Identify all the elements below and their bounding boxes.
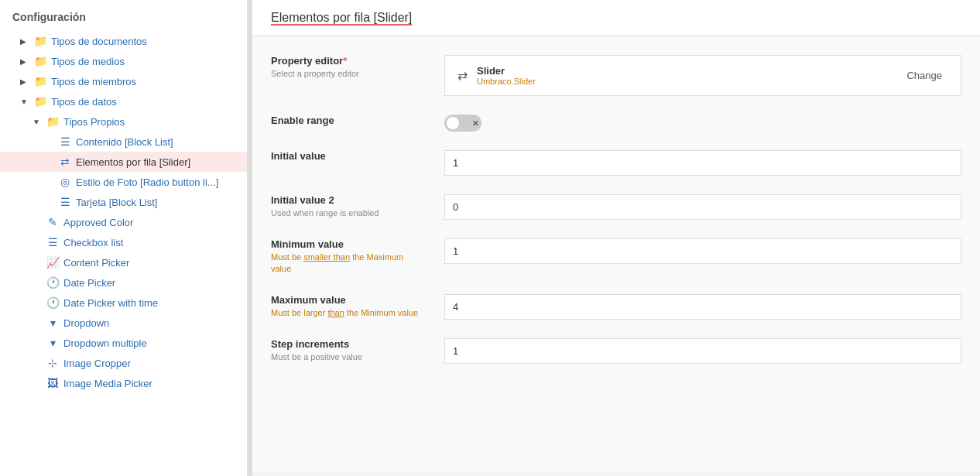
sidebar-item-label: Tipos de miembros bbox=[51, 76, 136, 87]
sidebar-item-label: Checkbox list bbox=[63, 237, 123, 248]
step-increments-label: Step increments bbox=[271, 338, 426, 350]
form-row-initial-value: Initial value bbox=[271, 150, 961, 176]
form-control-col-minimum-value bbox=[444, 238, 961, 264]
clock-icon: 🕐 bbox=[46, 276, 59, 289]
folder-icon: 📁 bbox=[46, 115, 59, 128]
maximum-value-input[interactable] bbox=[444, 294, 961, 320]
radio-icon: ◎ bbox=[59, 176, 71, 188]
property-editor-name: Slider bbox=[477, 65, 536, 77]
minimum-smaller-link[interactable]: smaller than bbox=[303, 252, 350, 262]
arrow-icon: ▼ bbox=[20, 98, 29, 106]
property-editor-box[interactable]: ⇄ Slider Umbraco.Slider Change bbox=[444, 55, 961, 96]
enable-range-toggle[interactable]: ✕ bbox=[444, 115, 481, 132]
slider-icon: ⇄ bbox=[59, 156, 71, 168]
form-control-col-initial-value bbox=[444, 150, 961, 176]
sidebar-item-label: Dropdown bbox=[63, 317, 109, 329]
toggle-x-icon: ✕ bbox=[472, 119, 478, 128]
sidebar-item-label: Tipos Propios bbox=[63, 116, 125, 128]
minimum-value-input[interactable] bbox=[444, 238, 961, 264]
form-row-enable-range: Enable range ✕ bbox=[271, 115, 961, 132]
sidebar-item-estilo-foto[interactable]: ◎ Estilo de Foto [Radio button li...] bbox=[0, 172, 247, 192]
sidebar-item-image-media-picker[interactable]: 🖼 Image Media Picker bbox=[0, 373, 247, 393]
crop-icon: ⊹ bbox=[46, 357, 59, 369]
sidebar-item-label: Contenido [Block List] bbox=[76, 136, 173, 148]
form-row-maximum-value: Maximum value Must be larger than the Mi… bbox=[271, 294, 961, 320]
arrow-icon: ▶ bbox=[20, 77, 29, 86]
dropdown-icon: ▾ bbox=[46, 337, 59, 349]
sidebar-item-label: Tipos de documentos bbox=[51, 36, 147, 47]
toggle-container: ✕ bbox=[444, 115, 961, 132]
required-star: * bbox=[343, 55, 347, 67]
sidebar-item-label: Tarjeta [Block List] bbox=[76, 197, 158, 208]
list-icon: ☰ bbox=[59, 196, 71, 208]
property-editor-label: Property editor* bbox=[271, 55, 426, 67]
step-increments-sublabel: Must be a positive value bbox=[271, 351, 426, 363]
folder-icon: 📁 bbox=[34, 35, 46, 47]
form-label-col-enable-range: Enable range bbox=[271, 115, 426, 128]
sidebar-item-tipos-documentos[interactable]: ▶ 📁 Tipos de documentos bbox=[0, 31, 247, 51]
initial-value2-input[interactable] bbox=[444, 194, 961, 220]
property-editor-alias: Umbraco.Slider bbox=[477, 77, 536, 86]
form-label-col-maximum-value: Maximum value Must be larger than the Mi… bbox=[271, 294, 426, 319]
form-control-col-enable-range: ✕ bbox=[444, 115, 961, 132]
sidebar-item-label: Dropdown multiple bbox=[63, 337, 147, 349]
form-label-col-property-editor: Property editor* Select a property edito… bbox=[271, 55, 426, 80]
form-control-col-initial-value2 bbox=[444, 194, 961, 220]
page-header: Elementos por fila [Slider] bbox=[252, 0, 980, 36]
folder-icon: 📁 bbox=[34, 75, 46, 87]
initial-value-label: Initial value bbox=[271, 150, 426, 162]
sidebar-item-image-cropper[interactable]: ⊹ Image Cropper bbox=[0, 353, 247, 373]
form-row-step-increments: Step increments Must be a positive value bbox=[271, 338, 961, 364]
form-label-col-step-increments: Step increments Must be a positive value bbox=[271, 338, 426, 363]
maximum-than-link[interactable]: than bbox=[327, 308, 344, 317]
form-control-col-property-editor: ⇄ Slider Umbraco.Slider Change bbox=[444, 55, 961, 96]
minimum-value-label: Minimum value bbox=[271, 238, 426, 250]
sidebar-item-tipos-miembros[interactable]: ▶ 📁 Tipos de miembros bbox=[0, 71, 247, 91]
sidebar-item-tipos-medios[interactable]: ▶ 📁 Tipos de medios bbox=[0, 51, 247, 71]
sidebar-item-approved-color[interactable]: ✎ Approved Color bbox=[0, 212, 247, 232]
sidebar-item-dropdown-multiple[interactable]: ▾ Dropdown multiple bbox=[0, 333, 247, 353]
arrow-icon: ▼ bbox=[33, 118, 42, 126]
checkbox-icon: ☰ bbox=[46, 236, 59, 248]
form-label-col-minimum-value: Minimum value Must be smaller than the M… bbox=[271, 238, 426, 276]
sidebar-item-date-picker-time[interactable]: 🕐 Date Picker with time bbox=[0, 293, 247, 313]
maximum-value-sublabel: Must be larger than the Minimum value bbox=[271, 307, 426, 319]
sidebar-item-tarjeta-block-list[interactable]: ☰ Tarjeta [Block List] bbox=[0, 192, 247, 212]
sidebar-item-contenido-block-list[interactable]: ☰ Contenido [Block List] bbox=[0, 132, 247, 152]
sidebar-item-tipos-datos[interactable]: ▼ 📁 Tipos de datos bbox=[0, 91, 247, 111]
sidebar-item-label: Tipos de medios bbox=[51, 56, 125, 67]
minimum-value-sublabel: Must be smaller than the Maximum value bbox=[271, 252, 426, 276]
initial-value-input[interactable] bbox=[444, 150, 961, 176]
sidebar-item-elementos-slider[interactable]: ⇄ Elementos por fila [Slider] bbox=[0, 152, 247, 172]
sidebar-item-label: Tipos de datos bbox=[51, 96, 117, 108]
form-row-property-editor: Property editor* Select a property edito… bbox=[271, 55, 961, 96]
dropdown-icon: ▾ bbox=[46, 317, 59, 329]
sidebar-item-label: Elementos por fila [Slider] bbox=[76, 156, 190, 168]
maximum-value-label: Maximum value bbox=[271, 294, 426, 306]
sidebar-item-content-picker[interactable]: 📈 Content Picker bbox=[0, 252, 247, 272]
change-button[interactable]: Change bbox=[900, 67, 948, 84]
chart-icon: 📈 bbox=[46, 256, 59, 269]
folder-icon: 📁 bbox=[34, 55, 46, 67]
sidebar: Configuración ▶ 📁 Tipos de documentos ▶ … bbox=[0, 0, 248, 476]
sidebar-item-label: Date Picker bbox=[63, 277, 115, 289]
folder-icon: 📁 bbox=[34, 95, 46, 108]
sidebar-item-label: Image Cropper bbox=[63, 358, 131, 369]
step-increments-input[interactable] bbox=[444, 338, 961, 364]
toggle-knob bbox=[447, 117, 459, 129]
arrow-icon: ▶ bbox=[20, 57, 29, 66]
sidebar-item-tipos-propios[interactable]: ▼ 📁 Tipos Propios bbox=[0, 111, 247, 132]
slider-icon: ⇄ bbox=[457, 68, 468, 83]
content-area: Property editor* Select a property edito… bbox=[252, 36, 980, 472]
sidebar-item-label: Date Picker with time bbox=[63, 297, 158, 309]
sidebar-item-dropdown[interactable]: ▾ Dropdown bbox=[0, 313, 247, 333]
clock-icon: 🕐 bbox=[46, 296, 59, 309]
form-row-minimum-value: Minimum value Must be smaller than the M… bbox=[271, 238, 961, 276]
page-title: Elementos por fila [Slider] bbox=[271, 11, 412, 26]
list-icon: ☰ bbox=[59, 135, 71, 148]
sidebar-item-checkbox-list[interactable]: ☰ Checkbox list bbox=[0, 232, 247, 252]
sidebar-item-date-picker[interactable]: 🕐 Date Picker bbox=[0, 272, 247, 293]
image-icon: 🖼 bbox=[46, 377, 59, 389]
arrow-icon: ▶ bbox=[20, 37, 29, 46]
form-control-col-step-increments bbox=[444, 338, 961, 364]
